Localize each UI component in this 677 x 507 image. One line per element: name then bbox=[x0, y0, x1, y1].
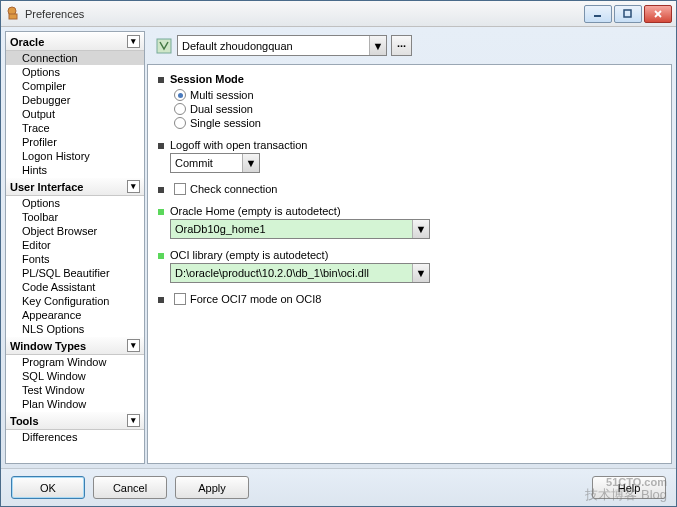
collapse-icon[interactable]: ▾ bbox=[127, 35, 140, 48]
oci-library-section: OCI library (empty is autodetect) D:\ora… bbox=[158, 249, 661, 283]
category-user-interface[interactable]: User Interface▾ bbox=[6, 177, 144, 196]
check-connection-checkbox[interactable]: Check connection bbox=[174, 183, 661, 195]
sidebar-item-logon-history[interactable]: Logon History bbox=[6, 149, 144, 163]
radio-icon bbox=[174, 89, 186, 101]
chevron-down-icon: ▼ bbox=[412, 220, 429, 238]
sidebar-item-debugger[interactable]: Debugger bbox=[6, 93, 144, 107]
svg-rect-1 bbox=[9, 14, 17, 19]
chevron-down-icon: ▼ bbox=[369, 36, 386, 55]
radio-icon bbox=[174, 117, 186, 129]
category-oracle[interactable]: Oracle▾ bbox=[6, 32, 144, 51]
titlebar[interactable]: Preferences bbox=[1, 1, 676, 27]
sidebar-item[interactable]: Program Window bbox=[6, 355, 144, 369]
sidebar-item[interactable]: NLS Options bbox=[6, 322, 144, 336]
category-window-types[interactable]: Window Types▾ bbox=[6, 336, 144, 355]
chevron-down-icon: ▼ bbox=[412, 264, 429, 282]
dialog-footer: OK Cancel Apply Help bbox=[1, 468, 676, 506]
sidebar-item-profiler[interactable]: Profiler bbox=[6, 135, 144, 149]
minimize-button[interactable] bbox=[584, 5, 612, 23]
close-button[interactable] bbox=[644, 5, 672, 23]
svg-rect-3 bbox=[624, 10, 631, 17]
app-icon bbox=[5, 6, 21, 22]
collapse-icon[interactable]: ▾ bbox=[127, 180, 140, 193]
help-button[interactable]: Help bbox=[592, 476, 666, 499]
radio-icon bbox=[174, 103, 186, 115]
logoff-section: Logoff with open transaction Commit▼ bbox=[158, 139, 661, 173]
sidebar-item[interactable]: Object Browser bbox=[6, 224, 144, 238]
ok-button[interactable]: OK bbox=[11, 476, 85, 499]
profile-more-button[interactable]: ··· bbox=[391, 35, 412, 56]
session-mode-section: Session Mode Multi session Dual session … bbox=[158, 73, 661, 129]
checkbox-icon bbox=[174, 183, 186, 195]
category-sidebar[interactable]: Oracle▾ Connection Options Compiler Debu… bbox=[5, 31, 145, 464]
oci-library-dropdown[interactable]: D:\oracle\product\10.2.0\db_1\bin\oci.dl… bbox=[170, 263, 430, 283]
radio-dual-session[interactable]: Dual session bbox=[174, 103, 661, 115]
profile-icon bbox=[155, 37, 173, 55]
sidebar-item[interactable]: Plan Window bbox=[6, 397, 144, 411]
category-tools[interactable]: Tools▾ bbox=[6, 411, 144, 430]
logoff-dropdown[interactable]: Commit▼ bbox=[170, 153, 260, 173]
collapse-icon[interactable]: ▾ bbox=[127, 414, 140, 427]
preferences-window: Preferences Oracle▾ Connection Options C… bbox=[0, 0, 677, 507]
radio-multi-session[interactable]: Multi session bbox=[174, 89, 661, 101]
sidebar-item[interactable]: Toolbar bbox=[6, 210, 144, 224]
cancel-button[interactable]: Cancel bbox=[93, 476, 167, 499]
sidebar-item[interactable]: Test Window bbox=[6, 383, 144, 397]
force-oci7-checkbox[interactable]: Force OCI7 mode on OCI8 bbox=[174, 293, 661, 305]
sidebar-item[interactable]: Options bbox=[6, 196, 144, 210]
checkbox-icon bbox=[174, 293, 186, 305]
sidebar-item[interactable]: Code Assistant bbox=[6, 280, 144, 294]
chevron-down-icon: ▼ bbox=[242, 154, 259, 172]
sidebar-item-output[interactable]: Output bbox=[6, 107, 144, 121]
sidebar-item[interactable]: PL/SQL Beautifier bbox=[6, 266, 144, 280]
oracle-home-section: Oracle Home (empty is autodetect) OraDb1… bbox=[158, 205, 661, 239]
check-connection-section: Check connection bbox=[158, 183, 661, 195]
sidebar-item[interactable]: Appearance bbox=[6, 308, 144, 322]
settings-panel: Session Mode Multi session Dual session … bbox=[147, 64, 672, 464]
force-oci7-section: Force OCI7 mode on OCI8 bbox=[158, 293, 661, 305]
apply-button[interactable]: Apply bbox=[175, 476, 249, 499]
sidebar-item-trace[interactable]: Trace bbox=[6, 121, 144, 135]
sidebar-item[interactable]: Key Configuration bbox=[6, 294, 144, 308]
collapse-icon[interactable]: ▾ bbox=[127, 339, 140, 352]
sidebar-item-compiler[interactable]: Compiler bbox=[6, 79, 144, 93]
sidebar-item[interactable]: Differences bbox=[6, 430, 144, 444]
sidebar-item[interactable]: Fonts bbox=[6, 252, 144, 266]
sidebar-item-options[interactable]: Options bbox=[6, 65, 144, 79]
maximize-button[interactable] bbox=[614, 5, 642, 23]
sidebar-item[interactable]: SQL Window bbox=[6, 369, 144, 383]
sidebar-item-connection[interactable]: Connection bbox=[6, 51, 144, 65]
window-title: Preferences bbox=[25, 8, 584, 20]
svg-rect-6 bbox=[157, 39, 171, 53]
profile-dropdown[interactable]: Default zhoudongquan ▼ bbox=[177, 35, 387, 56]
radio-single-session[interactable]: Single session bbox=[174, 117, 661, 129]
sidebar-item[interactable]: Editor bbox=[6, 238, 144, 252]
sidebar-item-hints[interactable]: Hints bbox=[6, 163, 144, 177]
oracle-home-dropdown[interactable]: OraDb10g_home1▼ bbox=[170, 219, 430, 239]
